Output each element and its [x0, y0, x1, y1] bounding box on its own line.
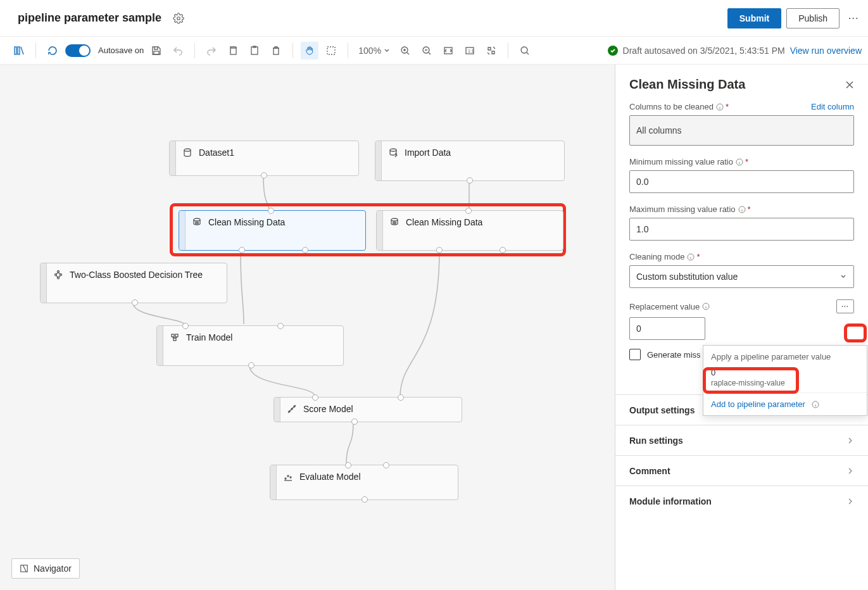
refresh-icon[interactable]	[44, 42, 61, 60]
node-label: Import Data	[405, 148, 451, 158]
replacement-more-button[interactable]: ···	[836, 299, 854, 313]
navigator-icon	[20, 564, 28, 573]
properties-panel: Clean Missing Data Columns to be cleaned…	[615, 65, 868, 590]
chevron-right-icon	[846, 437, 854, 444]
auto-layout-icon[interactable]	[482, 42, 500, 60]
columns-value-box: All columns	[629, 115, 854, 146]
accordion-run-settings[interactable]: Run settings	[615, 425, 868, 455]
more-actions-icon[interactable]: ···	[848, 13, 859, 23]
node-label: Score Model	[303, 404, 353, 414]
delete-icon[interactable]	[267, 42, 285, 60]
autosave-status: Draft autosaved on 3/5/2021, 5:43:51 PM …	[608, 46, 862, 56]
node-train-model[interactable]: Train Model	[156, 325, 344, 366]
zoom-in-icon[interactable]	[396, 42, 414, 60]
info-icon[interactable]	[716, 103, 724, 111]
main-area: Dataset1 Import Data Clean Missing Data …	[0, 65, 868, 590]
field-label-replacement: Replacement value	[629, 302, 700, 311]
import-icon	[388, 148, 398, 158]
redo-icon[interactable]	[203, 42, 220, 60]
node-dataset1[interactable]: Dataset1	[169, 141, 359, 176]
info-icon	[812, 401, 819, 408]
navigator-button[interactable]: Navigator	[11, 558, 80, 579]
close-panel-icon[interactable]	[845, 80, 854, 89]
svg-rect-4	[230, 48, 236, 54]
popup-add-link[interactable]: Add to pipeline parameter	[703, 392, 867, 415]
field-label-mode: Cleaning mode	[629, 252, 684, 261]
autosave-label: Autosave on	[98, 46, 144, 55]
generate-label: Generate miss	[647, 350, 701, 360]
copy-icon[interactable]	[224, 42, 242, 60]
info-icon[interactable]	[687, 253, 695, 261]
svg-rect-24	[175, 334, 178, 337]
field-label-max-ratio: Maximum missing value ratio	[629, 204, 736, 214]
chevron-down-icon	[840, 273, 847, 280]
publish-button[interactable]: Publish	[786, 8, 840, 28]
node-clean-missing-data-selected[interactable]: Clean Missing Data	[179, 210, 366, 251]
dataset-icon	[182, 148, 192, 158]
accordion-module-info[interactable]: Module information	[615, 486, 868, 516]
svg-point-15	[184, 149, 191, 151]
min-ratio-input[interactable]: 0.0	[629, 170, 854, 193]
accordion-comment[interactable]: Comment	[615, 455, 868, 486]
view-run-link[interactable]: View run overview	[790, 46, 862, 56]
svg-rect-32	[21, 565, 28, 572]
svg-point-30	[287, 475, 289, 477]
paste-icon[interactable]	[246, 42, 263, 60]
submit-button[interactable]: Submit	[727, 8, 781, 28]
node-label: Evaluate Model	[299, 472, 361, 482]
field-label-columns: Columns to be cleaned	[629, 102, 714, 111]
library-panel-icon[interactable]	[10, 42, 28, 60]
app-header: pipeline parameter sample Submit Publish…	[0, 0, 868, 37]
popup-heading: Apply a pipeline parameter value	[703, 346, 867, 365]
info-icon[interactable]	[736, 158, 743, 166]
pipeline-canvas[interactable]: Dataset1 Import Data Clean Missing Data …	[0, 65, 615, 590]
panel-title: Clean Missing Data	[629, 77, 845, 92]
search-icon[interactable]	[516, 42, 534, 60]
clean-icon	[192, 217, 202, 227]
undo-icon[interactable]	[169, 42, 187, 60]
edit-column-link[interactable]: Edit column	[811, 102, 854, 111]
svg-rect-8	[327, 47, 335, 54]
cleaning-mode-select[interactable]: Custom substitution value	[629, 265, 854, 288]
chevron-right-icon	[846, 498, 854, 505]
node-two-class-boosted[interactable]: Two-Class Boosted Decision Tree	[40, 263, 227, 303]
node-clean-missing-data-2[interactable]: Clean Missing Data	[376, 210, 563, 251]
node-import-data[interactable]: Import Data	[375, 141, 565, 181]
svg-rect-2	[18, 47, 20, 54]
info-icon[interactable]	[738, 206, 746, 213]
node-label: Train Model	[186, 332, 232, 342]
svg-rect-25	[173, 338, 176, 341]
svg-point-29	[285, 478, 286, 479]
clean-icon	[389, 217, 399, 227]
settings-gear-icon[interactable]	[173, 13, 184, 24]
model-icon	[170, 332, 180, 342]
autosave-toggle[interactable]	[65, 44, 91, 57]
highlight-box-more-button	[844, 323, 867, 342]
evaluate-icon	[283, 472, 293, 482]
fit-screen-icon[interactable]	[439, 42, 457, 60]
node-label: Dataset1	[199, 148, 234, 158]
select-icon[interactable]	[322, 42, 340, 60]
svg-point-17	[194, 218, 200, 221]
actual-size-icon[interactable]: 1:1	[461, 42, 479, 60]
zoom-level[interactable]: 100%	[356, 46, 393, 56]
svg-point-18	[391, 218, 398, 221]
max-ratio-input[interactable]: 1.0	[629, 218, 854, 241]
checkbox[interactable]	[629, 349, 641, 360]
page-title: pipeline parameter sample	[18, 11, 161, 25]
node-evaluate-model[interactable]: Evaluate Model	[270, 465, 458, 500]
status-text: Draft autosaved on 3/5/2021, 5:43:51 PM	[623, 46, 785, 56]
node-label: Two-Class Boosted Decision Tree	[70, 270, 203, 280]
pan-hand-icon[interactable]	[301, 42, 318, 60]
info-icon[interactable]	[702, 303, 710, 310]
replacement-value-input[interactable]: 0	[629, 317, 705, 340]
node-score-model[interactable]: Score Model	[274, 397, 462, 422]
zoom-out-icon[interactable]	[418, 42, 436, 60]
save-icon[interactable]	[148, 42, 165, 60]
svg-point-31	[290, 477, 291, 478]
svg-rect-23	[172, 334, 174, 337]
node-label: Clean Missing Data	[406, 217, 482, 227]
navigator-label: Navigator	[34, 563, 72, 574]
svg-point-0	[177, 16, 180, 20]
svg-rect-5	[251, 47, 258, 54]
